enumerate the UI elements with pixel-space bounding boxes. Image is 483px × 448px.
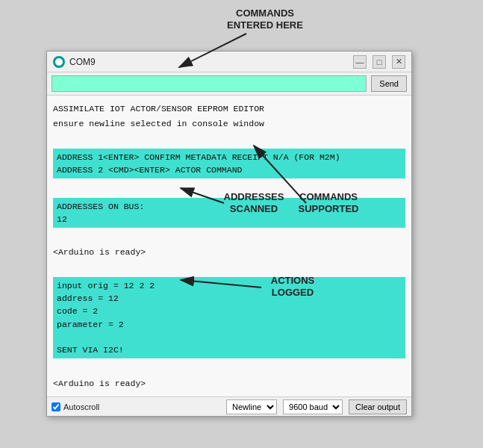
commands-entered-label: COMMANDS <box>236 7 294 19</box>
titlebar-controls: ― □ ✕ <box>353 55 405 69</box>
block1-line2: ADDRESS 2 <CMD><ENTER> ACTOR COMMAND <box>57 164 402 176</box>
block1-line1: ADDRESS 1<ENTER> CONFIRM METADATA RECEIP… <box>57 151 402 164</box>
command-input[interactable] <box>52 75 367 92</box>
console-line-2: ensure newline selected in console windo… <box>53 117 405 130</box>
autoscroll-label[interactable]: Autoscroll <box>52 402 220 411</box>
block3-line1: input orig = 12 2 2 <box>57 279 402 292</box>
block3-line3: code = 2 <box>57 305 402 317</box>
autoscroll-checkbox[interactable] <box>52 402 60 411</box>
maximize-button[interactable]: □ <box>373 55 386 69</box>
block3-line2: address = 12 <box>57 292 402 305</box>
console-block-2: ADDRESSES ON BUS: 12 <box>53 198 405 228</box>
block2-line2: 12 <box>57 213 402 225</box>
console-area: ASSIMILATE IOT ACTOR/SENSOR EEPROM EDITO… <box>47 96 411 396</box>
block3-line5 <box>57 331 402 343</box>
arduino-icon <box>53 56 65 68</box>
block2-line1: ADDRESSES ON BUS: <box>57 200 402 213</box>
console-line-1: ASSIMILATE IOT ACTOR/SENSOR EEPROM EDITO… <box>53 102 405 115</box>
send-button[interactable]: Send <box>371 75 407 92</box>
console-block-1: ADDRESS 1<ENTER> CONFIRM METADATA RECEIP… <box>53 149 405 179</box>
clear-output-button[interactable]: Clear output <box>349 399 407 414</box>
statusbar: Autoscroll Newline 9600 baud Clear outpu… <box>47 396 411 416</box>
block3-line4: parameter = 2 <box>57 318 402 331</box>
close-button[interactable]: ✕ <box>392 55 405 69</box>
newline-select[interactable]: Newline <box>226 399 277 414</box>
block3-line6: SENT VIA I2C! <box>57 343 402 356</box>
console-plain-2: <Arduino is ready> <box>53 377 405 390</box>
titlebar: COM9 ― □ ✕ <box>47 52 411 72</box>
serial-monitor-window: COM9 ― □ ✕ Send ASSIMILATE IOT ACTOR/SEN… <box>46 51 412 417</box>
toolbar: Send <box>47 72 411 96</box>
window-title: COM9 <box>69 57 353 67</box>
baud-select[interactable]: 9600 baud <box>283 399 343 414</box>
console-plain-1: <Arduino is ready> <box>53 246 405 258</box>
minimize-button[interactable]: ― <box>353 55 367 69</box>
commands-entered-label-2: ENTERED HERE <box>227 19 303 31</box>
autoscroll-text: Autoscroll <box>63 402 99 411</box>
console-block-3: input orig = 12 2 2 address = 12 code = … <box>53 277 405 359</box>
